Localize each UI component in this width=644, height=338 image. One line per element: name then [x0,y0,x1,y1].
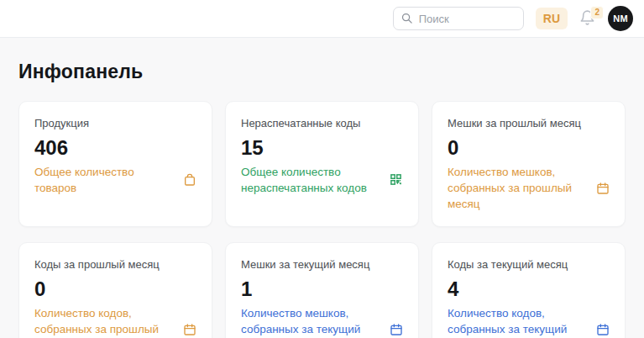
card-title: Мешки за текущий месяц [241,257,403,272]
qr-code-icon [390,173,403,187]
card-subtitle: Количество кодов, собранных за прошлый м… [34,305,177,338]
card-value: 406 [34,136,196,160]
topbar: RU 2 NM [0,0,644,38]
card-products: Продукция 406 Общее количество товаров [18,101,212,227]
card-value: 15 [241,136,403,160]
card-title: Нераспечатанные коды [241,116,403,130]
card-value: 1 [241,277,403,301]
card-bags-current-month: Мешки за текущий месяц 1 Количество мешк… [225,242,419,338]
card-subtitle: Количество кодов, собранных за текущий м… [448,305,590,338]
language-switcher-button[interactable]: RU [536,8,568,29]
card-subtitle: Общее количество нераспечатанных кодов [241,164,384,196]
notifications-button[interactable]: 2 [579,9,596,28]
card-value: 0 [448,136,610,160]
card-subtitle: Количество мешков, собранных за текущий … [241,305,384,338]
dashboard-cards-grid: Продукция 406 Общее количество товаров Н… [0,101,644,338]
card-value: 4 [448,277,610,301]
card-unprinted-codes: Нераспечатанные коды 15 Общее количество… [225,101,419,227]
card-subtitle: Общее количество товаров [34,164,177,196]
calendar-icon [390,323,403,336]
notification-count-badge: 2 [590,6,604,19]
card-title: Продукция [34,116,196,130]
card-title: Коды за текущий месяц [448,257,610,272]
page-title: Инфопанель [18,61,626,83]
card-bags-last-month: Мешки за прошлый месяц 0 Количество мешк… [432,101,626,227]
card-title: Мешки за прошлый месяц [448,116,610,130]
avatar[interactable]: NM [608,6,633,31]
calendar-icon [183,323,196,336]
shopping-bag-icon [183,173,196,187]
card-codes-last-month: Коды за прошлый месяц 0 Количество кодов… [18,242,212,338]
card-subtitle: Количество мешков, собранных за прошлый … [448,164,590,212]
calendar-icon [596,182,610,195]
search-icon [401,12,413,24]
card-value: 0 [34,277,196,301]
calendar-icon [596,323,610,336]
search-field-wrap [393,7,524,30]
card-title: Коды за прошлый месяц [34,257,196,272]
card-codes-current-month: Коды за текущий месяц 4 Количество кодов… [432,242,626,338]
